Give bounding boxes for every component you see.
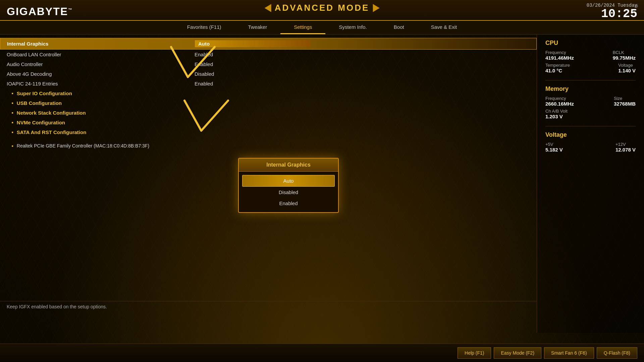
popup-modal[interactable]: Internal Graphics Auto Disabled Enabled [238,158,339,213]
help-text: Keep IGFX enabled based on the setup opt… [7,304,107,309]
cpu-volt-label: Voltage [618,63,636,68]
setting-audio-controller[interactable]: Audio Controller Enabled [0,59,537,69]
settings-list: Internal Graphics Auto OnBoard LAN Contr… [0,38,537,150]
mem-chab-label: Ch A/B Volt [545,109,568,114]
cpu-volt-value: 1.140 V [618,68,636,73]
v5-value: 5.182 V [545,147,563,153]
bottom-bar: Help (F1) Easy Mode (F2) Smart Fan 6 (F6… [0,344,644,362]
bullet-icon: ■ [12,111,13,114]
tab-favorites[interactable]: Favorites (F11) [174,21,235,34]
cpu-bclk-value: 99.75MHz [613,55,636,61]
mem-size-label: Size [614,96,636,101]
cpu-section: CPU Frequency 4191.46MHz BCLK 99.75MHz T… [545,40,636,73]
bullet-icon: ■ [12,131,13,134]
datetime-display: 03/26/2024 Tuesday 10:25 [587,3,637,20]
v5-label: +5V [545,142,563,147]
divider-2 [545,126,636,126]
cpu-freq-row: Frequency 4191.46MHz BCLK 99.75MHz [545,50,636,61]
tab-boot[interactable]: Boot [380,21,418,34]
v12-value: 12.078 V [615,147,636,153]
title-arrow-left-icon [265,4,271,12]
cpu-freq-value: 4191.46MHz [545,55,574,61]
gigabyte-logo: GIGABYTE™ [7,5,73,18]
setting-realtek[interactable]: ■ Realtek PCIe GBE Family Controller (MA… [0,141,537,150]
advanced-mode-title-container: ADVANCED MODE [265,3,380,13]
voltage-title: Voltage [545,131,636,138]
popup-option-auto[interactable]: Auto [242,175,335,187]
title-decoration: ADVANCED MODE [265,3,380,13]
v12-label: +12V [615,142,636,147]
setting-nvme[interactable]: ■ NVMe Configuration [0,118,537,127]
mem-freq-label: Frequency [545,96,574,101]
title-arrow-right-icon [373,4,379,12]
divider-1 [545,80,636,80]
mem-chab-row: Ch A/B Volt 1.203 V [545,109,636,119]
cpu-temp-value: 41.0 °C [545,68,570,73]
gear-icon[interactable]: ⚙ [635,3,638,9]
mem-size-value: 32768MB [614,101,636,107]
cpu-title: CPU [545,40,636,47]
tab-settings[interactable]: Settings [280,21,325,34]
setting-ioapic[interactable]: IOAPIC 24-119 Entries Enabled [0,79,537,88]
nav-tabs: Favorites (F11) Tweaker Settings System … [0,21,644,35]
memory-section: Memory Frequency 2660.16MHz Size 32768MB… [545,85,636,119]
voltage-section: Voltage +5V 5.182 V +12V 12.078 V [545,131,636,153]
popup-option-enabled[interactable]: Enabled [239,198,338,209]
popup-option-disabled[interactable]: Disabled [239,187,338,198]
setting-onboard-lan[interactable]: OnBoard LAN Controller Enabled [0,50,537,59]
volt-row: +5V 5.182 V +12V 12.078 V [545,142,636,153]
memory-title: Memory [545,85,636,93]
bullet-icon: ■ [12,121,13,124]
cpu-temp-row: Temperature 41.0 °C Voltage 1.140 V [545,63,636,73]
bullet-icon: ■ [12,144,13,147]
setting-internal-graphics[interactable]: Internal Graphics Auto [0,38,537,50]
smart-fan-button[interactable]: Smart Fan 6 (F6) [544,347,594,359]
header: GIGABYTE™ ADVANCED MODE 03/26/2024 Tuesd… [0,0,644,21]
tab-saveexit[interactable]: Save & Exit [418,21,471,34]
cpu-freq-label: Frequency [545,50,574,55]
help-button[interactable]: Help (F1) [458,347,491,359]
help-bar: Keep IGFX enabled based on the setup opt… [0,301,537,313]
easy-mode-button[interactable]: Easy Mode (F2) [494,347,541,359]
popup-options: Auto Disabled Enabled [239,172,338,212]
setting-network-stack[interactable]: ■ Network Stack Configuration [0,108,537,118]
time-display: 10:25 [587,8,637,20]
popup-header: Internal Graphics [239,159,338,172]
tab-sysinfo[interactable]: System Info. [325,21,380,34]
bullet-icon: ■ [12,92,13,95]
tab-tweaker[interactable]: Tweaker [235,21,281,34]
mem-chab-value: 1.203 V [545,114,568,119]
setting-above4g[interactable]: Above 4G Decoding Disabled [0,69,537,79]
cpu-bclk-label: BCLK [613,50,636,55]
bullet-icon: ■ [12,102,13,105]
mem-freq-value: 2660.16MHz [545,101,574,107]
qflash-button[interactable]: Q-Flash (F8) [597,347,637,359]
advanced-mode-title: ADVANCED MODE [275,3,370,13]
mem-freq-row: Frequency 2660.16MHz Size 32768MB [545,96,636,107]
right-panel: CPU Frequency 4191.46MHz BCLK 99.75MHz T… [537,35,644,333]
setting-usb[interactable]: ■ USB Configuration [0,98,537,108]
setting-superio[interactable]: ■ Super IO Configuration [0,88,537,98]
setting-sata[interactable]: ■ SATA And RST Configuration [0,127,537,137]
cpu-temp-label: Temperature [545,63,570,68]
